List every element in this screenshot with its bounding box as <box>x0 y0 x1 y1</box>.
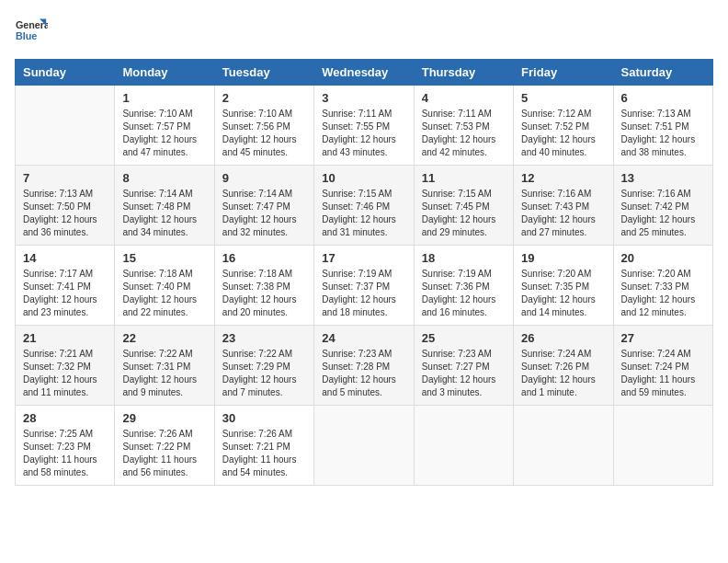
calendar-cell: 22Sunrise: 7:22 AM Sunset: 7:31 PM Dayli… <box>115 326 214 406</box>
day-number: 2 <box>222 91 306 105</box>
calendar-cell: 30Sunrise: 7:26 AM Sunset: 7:21 PM Dayli… <box>214 406 313 486</box>
day-number: 7 <box>23 171 107 185</box>
day-info: Sunrise: 7:16 AM Sunset: 7:42 PM Dayligh… <box>621 188 705 239</box>
day-info: Sunrise: 7:21 AM Sunset: 7:32 PM Dayligh… <box>23 348 107 399</box>
day-number: 1 <box>122 91 206 105</box>
day-number: 28 <box>23 411 107 425</box>
calendar-cell: 21Sunrise: 7:21 AM Sunset: 7:32 PM Dayli… <box>16 326 115 406</box>
logo-icon: GeneralBlue <box>15 15 48 48</box>
day-info: Sunrise: 7:11 AM Sunset: 7:53 PM Dayligh… <box>422 108 506 159</box>
svg-text:Blue: Blue <box>16 30 37 41</box>
header-row: SundayMondayTuesdayWednesdayThursdayFrid… <box>16 60 713 86</box>
day-info: Sunrise: 7:16 AM Sunset: 7:43 PM Dayligh… <box>521 188 605 239</box>
calendar-cell: 18Sunrise: 7:19 AM Sunset: 7:36 PM Dayli… <box>414 246 513 326</box>
day-info: Sunrise: 7:11 AM Sunset: 7:55 PM Dayligh… <box>322 108 405 159</box>
calendar-cell: 15Sunrise: 7:18 AM Sunset: 7:40 PM Dayli… <box>115 246 214 326</box>
day-info: Sunrise: 7:13 AM Sunset: 7:50 PM Dayligh… <box>23 188 107 239</box>
calendar-cell: 19Sunrise: 7:20 AM Sunset: 7:35 PM Dayli… <box>514 246 613 326</box>
calendar-cell: 9Sunrise: 7:14 AM Sunset: 7:47 PM Daylig… <box>214 166 313 246</box>
day-info: Sunrise: 7:15 AM Sunset: 7:46 PM Dayligh… <box>322 188 405 239</box>
day-number: 27 <box>621 331 705 345</box>
day-info: Sunrise: 7:26 AM Sunset: 7:21 PM Dayligh… <box>222 428 306 479</box>
calendar-cell <box>314 406 414 486</box>
day-number: 30 <box>222 411 306 425</box>
day-info: Sunrise: 7:12 AM Sunset: 7:52 PM Dayligh… <box>521 108 605 159</box>
calendar-cell: 27Sunrise: 7:24 AM Sunset: 7:24 PM Dayli… <box>613 326 712 406</box>
calendar-cell: 26Sunrise: 7:24 AM Sunset: 7:26 PM Dayli… <box>514 326 613 406</box>
col-header-sunday: Sunday <box>16 60 115 86</box>
day-number: 16 <box>222 251 306 265</box>
day-number: 22 <box>122 331 206 345</box>
calendar-cell: 17Sunrise: 7:19 AM Sunset: 7:37 PM Dayli… <box>314 246 414 326</box>
calendar-cell: 6Sunrise: 7:13 AM Sunset: 7:51 PM Daylig… <box>613 86 712 166</box>
col-header-tuesday: Tuesday <box>214 60 313 86</box>
calendar-body: 1Sunrise: 7:10 AM Sunset: 7:57 PM Daylig… <box>16 86 713 486</box>
col-header-thursday: Thursday <box>414 60 513 86</box>
day-number: 9 <box>222 171 306 185</box>
calendar-cell: 25Sunrise: 7:23 AM Sunset: 7:27 PM Dayli… <box>414 326 513 406</box>
calendar-cell: 2Sunrise: 7:10 AM Sunset: 7:56 PM Daylig… <box>214 86 313 166</box>
day-info: Sunrise: 7:20 AM Sunset: 7:33 PM Dayligh… <box>621 268 705 319</box>
calendar-cell: 12Sunrise: 7:16 AM Sunset: 7:43 PM Dayli… <box>514 166 613 246</box>
calendar-cell: 23Sunrise: 7:22 AM Sunset: 7:29 PM Dayli… <box>214 326 313 406</box>
week-row-4: 21Sunrise: 7:21 AM Sunset: 7:32 PM Dayli… <box>16 326 713 406</box>
day-info: Sunrise: 7:14 AM Sunset: 7:48 PM Dayligh… <box>122 188 206 239</box>
calendar-cell: 4Sunrise: 7:11 AM Sunset: 7:53 PM Daylig… <box>414 86 513 166</box>
day-info: Sunrise: 7:17 AM Sunset: 7:41 PM Dayligh… <box>23 268 107 319</box>
day-info: Sunrise: 7:18 AM Sunset: 7:40 PM Dayligh… <box>122 268 206 319</box>
calendar-header: SundayMondayTuesdayWednesdayThursdayFrid… <box>16 60 713 86</box>
day-number: 26 <box>521 331 605 345</box>
calendar-cell: 5Sunrise: 7:12 AM Sunset: 7:52 PM Daylig… <box>514 86 613 166</box>
calendar-cell: 16Sunrise: 7:18 AM Sunset: 7:38 PM Dayli… <box>214 246 313 326</box>
calendar-cell: 10Sunrise: 7:15 AM Sunset: 7:46 PM Dayli… <box>314 166 414 246</box>
calendar-cell: 7Sunrise: 7:13 AM Sunset: 7:50 PM Daylig… <box>16 166 115 246</box>
day-info: Sunrise: 7:19 AM Sunset: 7:37 PM Dayligh… <box>322 268 405 319</box>
calendar-cell: 8Sunrise: 7:14 AM Sunset: 7:48 PM Daylig… <box>115 166 214 246</box>
day-number: 29 <box>122 411 206 425</box>
calendar-cell: 20Sunrise: 7:20 AM Sunset: 7:33 PM Dayli… <box>613 246 712 326</box>
day-number: 15 <box>122 251 206 265</box>
calendar-cell: 24Sunrise: 7:23 AM Sunset: 7:28 PM Dayli… <box>314 326 414 406</box>
day-info: Sunrise: 7:18 AM Sunset: 7:38 PM Dayligh… <box>222 268 306 319</box>
day-info: Sunrise: 7:19 AM Sunset: 7:36 PM Dayligh… <box>422 268 506 319</box>
calendar-cell: 11Sunrise: 7:15 AM Sunset: 7:45 PM Dayli… <box>414 166 513 246</box>
col-header-friday: Friday <box>514 60 613 86</box>
day-number: 10 <box>322 171 405 185</box>
day-number: 23 <box>222 331 306 345</box>
calendar-cell <box>613 406 712 486</box>
calendar-cell <box>514 406 613 486</box>
day-number: 18 <box>422 251 506 265</box>
day-info: Sunrise: 7:25 AM Sunset: 7:23 PM Dayligh… <box>23 428 107 479</box>
day-info: Sunrise: 7:24 AM Sunset: 7:26 PM Dayligh… <box>521 348 605 399</box>
day-number: 20 <box>621 251 705 265</box>
logo: GeneralBlue <box>15 15 48 48</box>
day-info: Sunrise: 7:23 AM Sunset: 7:28 PM Dayligh… <box>322 348 405 399</box>
col-header-monday: Monday <box>115 60 214 86</box>
day-info: Sunrise: 7:26 AM Sunset: 7:22 PM Dayligh… <box>122 428 206 479</box>
week-row-3: 14Sunrise: 7:17 AM Sunset: 7:41 PM Dayli… <box>16 246 713 326</box>
calendar-cell: 3Sunrise: 7:11 AM Sunset: 7:55 PM Daylig… <box>314 86 414 166</box>
page-header: GeneralBlue <box>15 15 713 48</box>
day-number: 21 <box>23 331 107 345</box>
calendar-cell <box>16 86 115 166</box>
day-number: 24 <box>322 331 405 345</box>
day-number: 4 <box>422 91 506 105</box>
day-info: Sunrise: 7:23 AM Sunset: 7:27 PM Dayligh… <box>422 348 506 399</box>
day-info: Sunrise: 7:14 AM Sunset: 7:47 PM Dayligh… <box>222 188 306 239</box>
day-number: 19 <box>521 251 605 265</box>
day-number: 13 <box>621 171 705 185</box>
day-info: Sunrise: 7:15 AM Sunset: 7:45 PM Dayligh… <box>422 188 506 239</box>
calendar-cell: 14Sunrise: 7:17 AM Sunset: 7:41 PM Dayli… <box>16 246 115 326</box>
calendar-table: SundayMondayTuesdayWednesdayThursdayFrid… <box>15 59 713 486</box>
day-info: Sunrise: 7:13 AM Sunset: 7:51 PM Dayligh… <box>621 108 705 159</box>
day-info: Sunrise: 7:22 AM Sunset: 7:29 PM Dayligh… <box>222 348 306 399</box>
calendar-cell: 1Sunrise: 7:10 AM Sunset: 7:57 PM Daylig… <box>115 86 214 166</box>
col-header-wednesday: Wednesday <box>314 60 414 86</box>
day-info: Sunrise: 7:10 AM Sunset: 7:56 PM Dayligh… <box>222 108 306 159</box>
day-number: 12 <box>521 171 605 185</box>
day-number: 14 <box>23 251 107 265</box>
day-number: 25 <box>422 331 506 345</box>
day-number: 11 <box>422 171 506 185</box>
day-number: 6 <box>621 91 705 105</box>
week-row-5: 28Sunrise: 7:25 AM Sunset: 7:23 PM Dayli… <box>16 406 713 486</box>
